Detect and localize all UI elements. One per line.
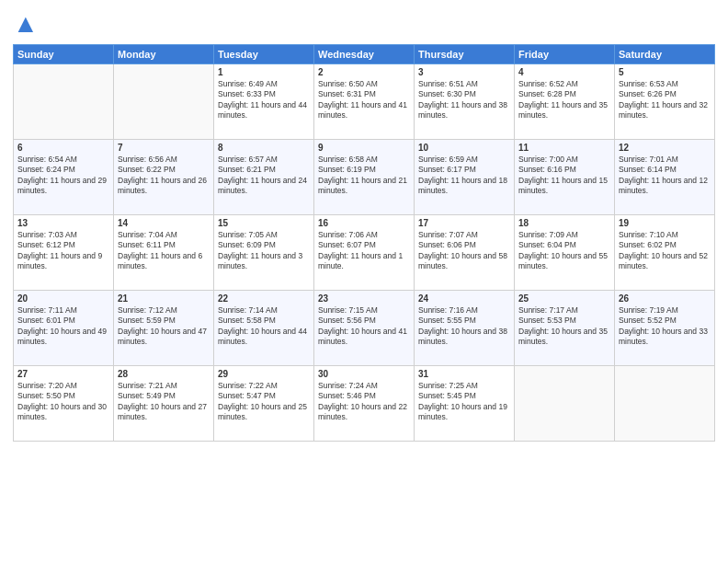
day-number: 9 [318,143,410,153]
calendar-cell [515,366,615,442]
calendar-cell: 19Sunrise: 7:10 AMSunset: 6:02 PMDayligh… [615,215,715,291]
calendar-cell: 21Sunrise: 7:12 AMSunset: 5:59 PMDayligh… [114,291,214,366]
day-number: 25 [518,293,610,304]
calendar-cell: 23Sunrise: 7:15 AMSunset: 5:56 PMDayligh… [314,291,415,366]
calendar-cell [14,64,114,140]
calendar-cell: 9Sunrise: 6:58 AMSunset: 6:19 PMDaylight… [314,140,415,215]
page-container: ▲ SundayMondayTuesdayWednesdayThursdayFr… [0,0,728,563]
day-number: 19 [619,218,711,228]
calendar-day-header: Wednesday [314,45,415,64]
calendar-header-row: SundayMondayTuesdayWednesdayThursdayFrid… [14,45,715,64]
calendar-cell: 3Sunrise: 6:51 AMSunset: 6:30 PMDaylight… [415,64,515,140]
day-info: Sunrise: 7:16 AMSunset: 5:55 PMDaylight:… [418,305,510,348]
day-number: 5 [619,67,711,77]
day-info: Sunrise: 7:06 AMSunset: 6:07 PMDaylight:… [318,230,410,272]
calendar-cell: 29Sunrise: 7:22 AMSunset: 5:47 PMDayligh… [214,366,314,442]
calendar-table: SundayMondayTuesdayWednesdayThursdayFrid… [13,44,715,442]
calendar-cell: 26Sunrise: 7:19 AMSunset: 5:52 PMDayligh… [615,291,715,366]
calendar-week-row: 27Sunrise: 7:20 AMSunset: 5:50 PMDayligh… [14,366,715,442]
calendar-cell: 4Sunrise: 6:52 AMSunset: 6:28 PMDaylight… [515,64,615,140]
day-number: 15 [218,218,310,228]
calendar-cell: 27Sunrise: 7:20 AMSunset: 5:50 PMDayligh… [14,366,114,442]
day-info: Sunrise: 7:21 AMSunset: 5:49 PMDaylight:… [118,381,210,423]
day-info: Sunrise: 6:58 AMSunset: 6:19 PMDaylight:… [318,155,410,197]
day-info: Sunrise: 6:53 AMSunset: 6:26 PMDaylight:… [619,79,711,121]
day-number: 21 [118,293,210,304]
calendar-week-row: 6Sunrise: 6:54 AMSunset: 6:24 PMDaylight… [14,140,715,215]
calendar-cell: 12Sunrise: 7:01 AMSunset: 6:14 PMDayligh… [615,140,715,215]
day-info: Sunrise: 7:04 AMSunset: 6:11 PMDaylight:… [118,230,210,272]
calendar-cell: 10Sunrise: 6:59 AMSunset: 6:17 PMDayligh… [415,140,515,215]
calendar-day-header: Thursday [415,45,515,64]
day-number: 3 [418,67,510,77]
day-info: Sunrise: 7:11 AMSunset: 6:01 PMDaylight:… [17,305,109,348]
calendar-cell: 13Sunrise: 7:03 AMSunset: 6:12 PMDayligh… [14,215,114,291]
day-info: Sunrise: 6:52 AMSunset: 6:28 PMDaylight:… [518,79,610,121]
day-info: Sunrise: 7:15 AMSunset: 5:56 PMDaylight:… [318,305,410,348]
header: ▲ [13,9,715,39]
day-info: Sunrise: 6:57 AMSunset: 6:21 PMDaylight:… [218,155,310,197]
calendar-cell: 1Sunrise: 6:49 AMSunset: 6:33 PMDaylight… [214,64,314,140]
calendar-cell: 20Sunrise: 7:11 AMSunset: 6:01 PMDayligh… [14,291,114,366]
day-number: 28 [118,369,210,379]
calendar-cell: 22Sunrise: 7:14 AMSunset: 5:58 PMDayligh… [214,291,314,366]
day-number: 16 [318,218,410,228]
calendar-day-header: Monday [114,45,214,64]
day-info: Sunrise: 6:54 AMSunset: 6:24 PMDaylight:… [17,155,109,197]
calendar-day-header: Friday [515,45,615,64]
day-info: Sunrise: 7:09 AMSunset: 6:04 PMDaylight:… [518,230,610,272]
calendar-cell: 31Sunrise: 7:25 AMSunset: 5:45 PMDayligh… [415,366,515,442]
calendar-day-header: Sunday [14,45,114,64]
day-info: Sunrise: 7:10 AMSunset: 6:02 PMDaylight:… [619,230,711,272]
day-info: Sunrise: 6:59 AMSunset: 6:17 PMDaylight:… [418,155,510,197]
calendar-day-header: Saturday [615,45,715,64]
calendar-week-row: 1Sunrise: 6:49 AMSunset: 6:33 PMDaylight… [14,64,715,140]
day-info: Sunrise: 7:20 AMSunset: 5:50 PMDaylight:… [17,381,109,423]
day-number: 29 [218,369,310,379]
day-info: Sunrise: 6:50 AMSunset: 6:31 PMDaylight:… [318,79,410,121]
day-number: 2 [318,67,410,77]
calendar-cell: 18Sunrise: 7:09 AMSunset: 6:04 PMDayligh… [515,215,615,291]
day-info: Sunrise: 7:17 AMSunset: 5:53 PMDaylight:… [518,305,610,348]
calendar-cell: 17Sunrise: 7:07 AMSunset: 6:06 PMDayligh… [415,215,515,291]
day-number: 23 [318,293,410,304]
calendar-cell: 24Sunrise: 7:16 AMSunset: 5:55 PMDayligh… [415,291,515,366]
day-number: 17 [418,218,510,228]
day-info: Sunrise: 7:12 AMSunset: 5:59 PMDaylight:… [118,305,210,348]
day-info: Sunrise: 7:14 AMSunset: 5:58 PMDaylight:… [218,305,310,348]
day-info: Sunrise: 6:51 AMSunset: 6:30 PMDaylight:… [418,79,510,121]
day-number: 10 [418,143,510,153]
day-number: 18 [518,218,610,228]
day-number: 12 [619,143,711,153]
calendar-cell [114,64,214,140]
calendar-cell: 7Sunrise: 6:56 AMSunset: 6:22 PMDaylight… [114,140,214,215]
day-info: Sunrise: 7:19 AMSunset: 5:52 PMDaylight:… [619,305,711,348]
day-number: 8 [218,143,310,153]
day-number: 1 [218,67,310,77]
calendar-cell: 30Sunrise: 7:24 AMSunset: 5:46 PMDayligh… [314,366,415,442]
calendar-cell: 25Sunrise: 7:17 AMSunset: 5:53 PMDayligh… [515,291,615,366]
calendar-cell: 15Sunrise: 7:05 AMSunset: 6:09 PMDayligh… [214,215,314,291]
calendar-week-row: 13Sunrise: 7:03 AMSunset: 6:12 PMDayligh… [14,215,715,291]
calendar-cell: 5Sunrise: 6:53 AMSunset: 6:26 PMDaylight… [615,64,715,140]
calendar-cell: 2Sunrise: 6:50 AMSunset: 6:31 PMDaylight… [314,64,415,140]
calendar-cell: 6Sunrise: 6:54 AMSunset: 6:24 PMDaylight… [14,140,114,215]
day-info: Sunrise: 7:24 AMSunset: 5:46 PMDaylight:… [318,381,410,423]
day-number: 27 [17,369,109,379]
calendar-week-row: 20Sunrise: 7:11 AMSunset: 6:01 PMDayligh… [14,291,715,366]
day-number: 30 [318,369,410,379]
logo: ▲ [13,9,42,39]
day-number: 26 [619,293,711,304]
day-info: Sunrise: 7:00 AMSunset: 6:16 PMDaylight:… [518,155,610,197]
calendar-cell: 8Sunrise: 6:57 AMSunset: 6:21 PMDaylight… [214,140,314,215]
day-info: Sunrise: 7:05 AMSunset: 6:09 PMDaylight:… [218,230,310,272]
day-number: 4 [518,67,610,77]
day-info: Sunrise: 7:01 AMSunset: 6:14 PMDaylight:… [619,155,711,197]
calendar-cell [615,366,715,442]
day-number: 7 [118,143,210,153]
day-number: 22 [218,293,310,304]
day-info: Sunrise: 7:25 AMSunset: 5:45 PMDaylight:… [418,381,510,423]
day-info: Sunrise: 7:03 AMSunset: 6:12 PMDaylight:… [17,230,109,272]
calendar-cell: 16Sunrise: 7:06 AMSunset: 6:07 PMDayligh… [314,215,415,291]
day-info: Sunrise: 6:56 AMSunset: 6:22 PMDaylight:… [118,155,210,197]
